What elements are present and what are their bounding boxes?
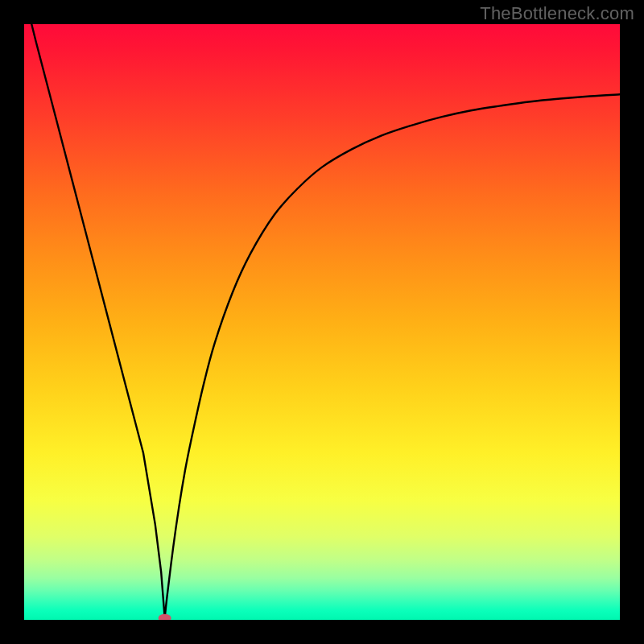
chart-svg — [24, 24, 620, 620]
watermark-text: TheBottleneck.com — [480, 3, 634, 24]
minimum-point-marker — [159, 614, 171, 620]
bottleneck-curve — [24, 24, 620, 618]
plot-area — [24, 24, 620, 620]
